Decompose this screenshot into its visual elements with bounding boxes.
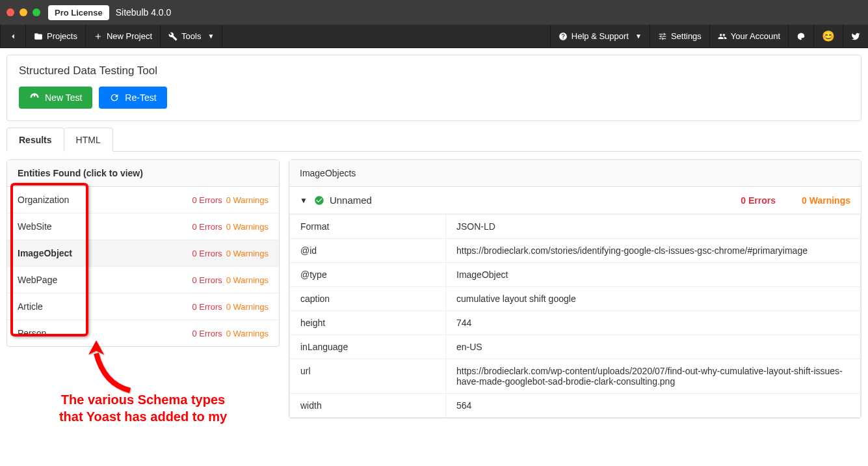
entity-name: ImageObject — [18, 248, 72, 258]
entity-name: Article — [18, 301, 43, 312]
main-toolbar: Projects New Project Tools ▼ Help & Supp… — [0, 25, 868, 48]
refresh-icon — [109, 92, 120, 103]
detail-errors: 0 Errors — [741, 195, 776, 206]
prop-value: 744 — [446, 311, 861, 335]
moon-icon — [796, 32, 806, 41]
entity-row[interactable]: Organization0 Errors0 Warnings — [7, 187, 279, 213]
entity-name: Person — [18, 328, 46, 338]
question-icon — [559, 32, 568, 41]
entity-row[interactable]: WebSite0 Errors0 Warnings — [7, 213, 279, 240]
entity-stats: 0 Errors0 Warnings — [192, 249, 269, 258]
entity-name: WebPage — [18, 275, 57, 285]
prop-key: url — [290, 359, 446, 394]
tab-results[interactable]: Results — [7, 128, 64, 152]
entity-errors: 0 Errors — [192, 302, 222, 312]
help-label: Help & Support — [572, 31, 629, 41]
theme-button[interactable] — [788, 25, 813, 48]
chevron-down-icon: ▼ — [207, 33, 214, 40]
entity-warnings: 0 Warnings — [226, 222, 269, 232]
entity-stats: 0 Errors0 Warnings — [192, 329, 269, 338]
prop-value: https://brodieclark.com/wp-content/uploa… — [446, 359, 861, 394]
entity-warnings: 0 Warnings — [226, 195, 269, 205]
check-circle-icon — [314, 195, 324, 206]
sliders-icon — [658, 32, 667, 41]
emoji-button[interactable]: 😊 — [813, 25, 843, 48]
twitter-button[interactable] — [843, 25, 868, 48]
app-title: Sitebulb 4.0.0 — [116, 7, 172, 18]
help-button[interactable]: Help & Support ▼ — [550, 25, 650, 48]
prop-value: ImageObject — [446, 263, 861, 287]
prop-key: Format — [290, 215, 446, 239]
tabs: Results HTML — [7, 128, 861, 152]
entity-row[interactable]: Article0 Errors0 Warnings — [7, 294, 279, 320]
table-row: inLanguageen-US — [290, 335, 861, 359]
prop-key: inLanguage — [290, 335, 446, 359]
new-test-button[interactable]: New Test — [19, 87, 92, 109]
table-row: @typeImageObject — [290, 263, 861, 287]
prop-value: 564 — [446, 394, 861, 418]
tools-label: Tools — [181, 31, 201, 41]
account-label: Your Account — [731, 31, 780, 41]
retest-button[interactable]: Re-Test — [99, 87, 166, 109]
traffic-lights — [7, 8, 40, 16]
prop-key: caption — [290, 287, 446, 311]
chevron-down-icon[interactable]: ▼ — [300, 196, 308, 205]
entity-stats: 0 Errors0 Warnings — [192, 275, 269, 285]
entity-name: WebSite — [18, 221, 52, 232]
minimize-window-icon[interactable] — [20, 8, 27, 16]
entities-list: Organization0 Errors0 WarningsWebSite0 E… — [7, 187, 279, 346]
tab-html[interactable]: HTML — [64, 128, 113, 152]
new-project-button[interactable]: New Project — [86, 25, 161, 48]
entity-warnings: 0 Warnings — [226, 275, 269, 285]
tools-button[interactable]: Tools ▼ — [161, 25, 222, 48]
settings-button[interactable]: Settings — [650, 25, 709, 48]
entity-row[interactable]: WebPage0 Errors0 Warnings — [7, 267, 279, 294]
table-row: width564 — [290, 394, 861, 418]
entity-row[interactable]: Person0 Errors0 Warnings — [7, 320, 279, 346]
settings-label: Settings — [671, 31, 702, 41]
entities-header: Entities Found (click to view) — [7, 160, 279, 187]
tool-panel: Structured Data Testing Tool New Test Re… — [7, 55, 861, 121]
entity-warnings: 0 Warnings — [226, 329, 269, 338]
prop-value: JSON-LD — [446, 215, 861, 239]
entity-warnings: 0 Warnings — [226, 249, 269, 258]
back-button[interactable] — [0, 25, 26, 48]
titlebar: Pro License Sitebulb 4.0.0 — [0, 0, 868, 25]
prop-key: @type — [290, 263, 446, 287]
entity-errors: 0 Errors — [192, 329, 222, 338]
maximize-window-icon[interactable] — [33, 8, 40, 16]
detail-item-name: Unnamed — [330, 195, 741, 206]
license-badge: Pro License — [48, 5, 109, 20]
table-row: FormatJSON-LD — [290, 215, 861, 239]
folder-icon — [34, 32, 43, 41]
table-row: urlhttps://brodieclark.com/wp-content/up… — [290, 359, 861, 394]
smile-icon: 😊 — [822, 30, 835, 42]
properties-table: FormatJSON-LD@idhttps://brodieclark.com/… — [289, 214, 861, 418]
entity-warnings: 0 Warnings — [226, 302, 269, 312]
detail-warnings: 0 Warnings — [802, 195, 850, 206]
new-test-label: New Test — [45, 92, 82, 103]
prop-key: width — [290, 394, 446, 418]
users-icon — [718, 32, 727, 41]
detail-card: ImageObjects ▼ Unnamed 0 Errors 0 Warnin… — [289, 159, 861, 418]
projects-button[interactable]: Projects — [26, 25, 86, 48]
projects-label: Projects — [47, 31, 77, 41]
prop-key: @id — [290, 239, 446, 263]
detail-title-row[interactable]: ▼ Unnamed 0 Errors 0 Warnings — [289, 187, 861, 214]
entity-errors: 0 Errors — [192, 222, 222, 232]
entity-name: Organization — [18, 195, 69, 205]
twitter-icon — [851, 32, 860, 41]
table-row: captioncumulative layout shift google — [290, 287, 861, 311]
entity-stats: 0 Errors0 Warnings — [192, 302, 269, 312]
new-project-label: New Project — [107, 31, 152, 41]
prop-value: en-US — [446, 335, 861, 359]
close-window-icon[interactable] — [7, 8, 14, 16]
entity-row[interactable]: ImageObject0 Errors0 Warnings — [7, 240, 279, 267]
gauge-icon — [29, 92, 40, 103]
entity-errors: 0 Errors — [192, 249, 222, 258]
prop-value: cumulative layout shift google — [446, 287, 861, 311]
account-button[interactable]: Your Account — [709, 25, 788, 48]
entities-card: Entities Found (click to view) Organizat… — [7, 159, 280, 347]
wrench-icon — [168, 32, 178, 41]
retest-label: Re-Test — [125, 92, 156, 103]
